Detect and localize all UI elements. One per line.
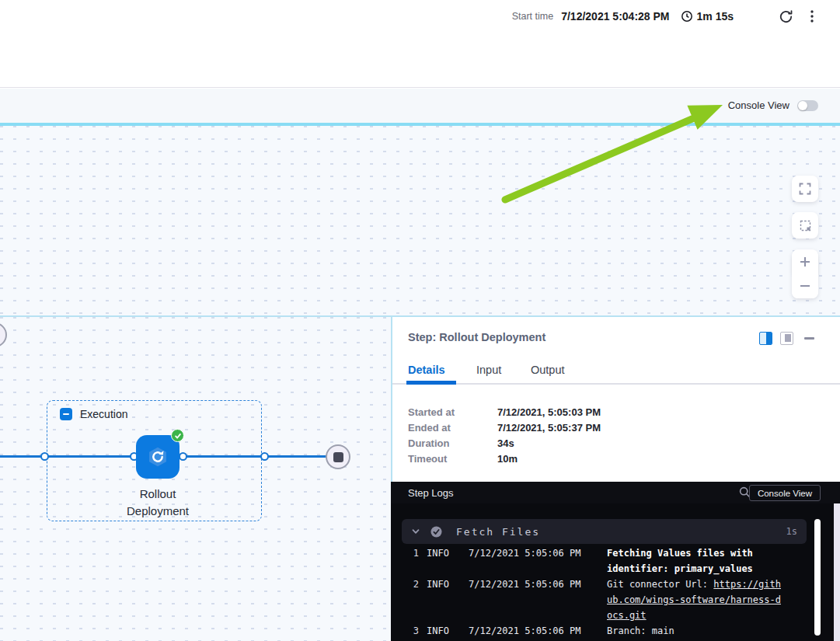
- detail-row-duration: Duration 34s: [408, 435, 601, 451]
- refresh-icon[interactable]: [779, 9, 793, 24]
- tabs-divider: [392, 383, 840, 385]
- log-section-fetch-files[interactable]: Fetch Files 1s: [402, 519, 807, 544]
- detail-row-started: Started at 7/12/2021, 5:05:03 PM: [408, 404, 601, 420]
- layout-fill: [785, 334, 791, 342]
- logs-console-view-button[interactable]: Console View: [749, 485, 821, 501]
- connector-port: [260, 452, 269, 461]
- log-section-name: Fetch Files: [456, 526, 540, 538]
- kebab-menu-icon[interactable]: [806, 9, 818, 23]
- step-detail-rows: Started at 7/12/2021, 5:05:03 PM Ended a…: [408, 404, 601, 466]
- log-section-duration: 1s: [786, 526, 797, 537]
- step-graph-canvas: Execution Rollout Deployment: [0, 317, 391, 641]
- section-success-icon: [430, 526, 442, 538]
- detail-row-ended: Ended at 7/12/2021, 5:05:37 PM: [408, 420, 601, 435]
- execution-collapse-button[interactable]: [60, 408, 72, 420]
- connector-port: [40, 452, 49, 461]
- layout-fill: [766, 333, 772, 344]
- active-tab-underline: [406, 381, 456, 385]
- panel-minimize-button[interactable]: [804, 337, 814, 340]
- minus-icon: [799, 280, 811, 292]
- panel-layout-bottom-icon[interactable]: [780, 332, 793, 345]
- log-lines: 1 INFO 7/12/2021 5:05:06 PM Fetching Val…: [391, 545, 814, 639]
- success-badge-icon: [171, 429, 184, 442]
- log-line-1: 1 INFO 7/12/2021 5:05:06 PM Fetching Val…: [406, 545, 783, 577]
- chevron-down-icon: [411, 527, 420, 536]
- start-time-label: Start time: [512, 11, 554, 22]
- console-view-label: Console View: [728, 99, 789, 111]
- console-view-toggle[interactable]: [797, 100, 818, 111]
- step-logs-bar: Step Logs Console View: [391, 482, 840, 503]
- stage-canvas: [0, 126, 840, 315]
- execution-group-label: Execution: [80, 408, 127, 420]
- log-line-2: 2 INFO 7/12/2021 5:05:06 PM Git connecto…: [406, 577, 783, 623]
- log-scrollbar-thumb[interactable]: [814, 519, 821, 636]
- pipeline-end-node[interactable]: [326, 444, 350, 469]
- rollout-deployment-node[interactable]: [136, 435, 180, 479]
- plus-icon: [799, 256, 811, 268]
- rollout-icon: [143, 442, 173, 472]
- zoom-in-button[interactable]: [792, 250, 818, 274]
- selection-box-icon: [799, 219, 812, 232]
- canvas-fit-selection-button[interactable]: [792, 212, 818, 239]
- log-console: Fetch Files 1s 1 INFO 7/12/2021 5:05:06 …: [391, 503, 834, 641]
- elapsed-duration: 1m 15s: [697, 10, 734, 23]
- panel-layout-right-icon[interactable]: [759, 332, 772, 345]
- start-time-value: 7/12/2021 5:04:28 PM: [561, 10, 669, 23]
- step-node-label: Rollout Deployment: [92, 486, 224, 520]
- minus-icon: [63, 413, 69, 415]
- fullscreen-icon: [799, 183, 811, 195]
- panel-title: Step: Rollout Deployment: [408, 331, 545, 343]
- stop-icon: [333, 452, 343, 462]
- detail-row-timeout: Timeout 10m: [408, 451, 601, 466]
- canvas-fullscreen-button[interactable]: [792, 176, 818, 202]
- step-details-panel: Step: Rollout Deployment Details Input O…: [391, 317, 840, 641]
- step-logs-title: Step Logs: [408, 487, 454, 499]
- stage-toolbar: Console View: [0, 89, 840, 123]
- panel-scrollbar-track[interactable]: [834, 503, 840, 641]
- tab-output[interactable]: Output: [531, 364, 565, 376]
- offscreen-node[interactable]: [0, 322, 7, 347]
- pipeline-execution-screen: Start time 7/12/2021 5:04:28 PM 1m 15s: [0, 0, 840, 641]
- zoom-out-button[interactable]: [792, 274, 818, 298]
- log-line-3: 3 INFO 7/12/2021 5:05:06 PM Branch: main: [406, 623, 783, 639]
- execution-meta: Start time 7/12/2021 5:04:28 PM 1m 15s: [512, 5, 818, 27]
- canvas-zoom-controls: [792, 249, 818, 298]
- tab-input[interactable]: Input: [476, 364, 501, 376]
- clock-icon: [681, 10, 693, 23]
- connector-port: [179, 452, 187, 461]
- page-header: Start time 7/12/2021 5:04:28 PM 1m 15s: [0, 0, 840, 88]
- toggle-knob: [798, 101, 807, 110]
- tab-details[interactable]: Details: [408, 364, 445, 376]
